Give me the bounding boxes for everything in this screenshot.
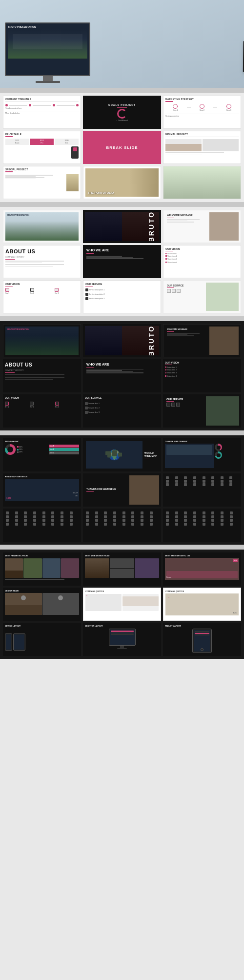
slide-our-vision: OUR VISION Vision item 1 Vision item 2 V…: [163, 245, 241, 278]
slide-minimal: MINIMAL PROJECT: [163, 131, 241, 164]
slide-welcome-dark: WELCOME MESSAGE: [163, 324, 241, 357]
slide-who-we-are: WHO WE ARE: [83, 245, 161, 278]
slide-info-graphic: INFO GRAPHIC 60% 20%: [3, 438, 81, 471]
slide-about-us: ABOUT US COMPANY HISTORY: [3, 245, 81, 278]
page-wrapper: BRUTO PRESENTATION MEET WEB DESIGN TEAM: [0, 0, 244, 659]
slide-meet-web-team: MEET WEB DESIGN TEAM: [83, 552, 161, 586]
slide-thanks: THANKS FOR WATCHING: [83, 473, 161, 507]
slide-who-we-are-dark: WHO WE ARE: [83, 359, 161, 392]
slide-desktop-layout: DESKTOP LAYOUT: [83, 623, 161, 656]
slide-our-service-photo-dark: OUR SERVICE: [163, 394, 241, 428]
slide-row-13: MEET FANTASTIC FOUR MEET WEB DESIGN TEAM: [3, 552, 241, 586]
slide-our-vision-dark: OUR VISION Vision item 1 Vision item 2 V…: [163, 359, 241, 392]
monitor: BRUTO PRESENTATION: [5, 22, 90, 83]
slide-tablet-layout: TABLET LAYOUT: [163, 623, 241, 656]
slide-great-porto: GREAT PORTOFOLIO: [163, 166, 241, 199]
slide-row-11: ASIAN MAP STATISTICS 7.2M 345 600+ M THA…: [3, 473, 241, 507]
slide-row-5: ABOUT US COMPANY HISTORY WHO WE ARE: [3, 245, 241, 278]
divider-4: [0, 430, 244, 435]
slide-icon-grid-3: [83, 509, 161, 542]
slide-goals-project: GOALS PROJECT ✓ Goal Achieved: [83, 96, 161, 129]
section-light-2: BRUTO PRESENTATION BRUTO WELCOME M: [0, 207, 244, 316]
slide-row-2: PRICE TABLE $125 Basic $215 Pro $350 Ent…: [3, 131, 241, 164]
slide-break: BREAK SLIDE: [83, 131, 161, 164]
slide-company-quotes-2: COMPANY QUOTES " Author: [163, 588, 241, 621]
slide-meet-fantastic-100: MEET THE FANTASTIC 100 Person NEW: [163, 552, 241, 586]
slide-our-vision-icons-dark: OUR VISION Srv 1 Srv 2 Srv 3: [3, 394, 81, 428]
divider-5: [0, 545, 244, 550]
slide-row-3: SPECIAL PROJECT: [3, 166, 241, 199]
slide-row-15: DEVICE LAYOUT DESKTOP LAYOUT: [3, 623, 241, 656]
slide-bruto-dark-1: BRUTO PRESENTATION: [3, 324, 81, 357]
slide-our-service-1: OUR SERVICE Service description 1 Servic…: [83, 280, 161, 313]
slide-row-6: OUR VISION Srv 1 Srv 2 Srv 3: [3, 280, 241, 313]
slide-row-14: DESIGN TEAM COMPANY QUOTES ": [3, 588, 241, 621]
slide-portofolio: THE PORTOFOLIO: [83, 166, 161, 199]
slide-our-vision-2: OUR VISION Srv 1 Srv 2 Srv 3: [3, 280, 81, 313]
slide-company-quotes-1: COMPANY QUOTES ": [83, 588, 161, 621]
monitor-slide-title: BRUTO PRESENTATION: [8, 25, 87, 28]
section-maps: INFO GRAPHIC 60% 20%: [0, 435, 244, 545]
slide-row-4: BRUTO PRESENTATION BRUTO WELCOME M: [3, 210, 241, 243]
slide-bruto-pres: BRUTO PRESENTATION: [3, 210, 81, 243]
hero-section: BRUTO PRESENTATION MEET WEB DESIGN TEAM: [0, 0, 244, 88]
slide-welcome: WELCOME MESSAGE: [163, 210, 241, 243]
section-light-1: COMPANY TIMELINES Timeline content here …: [0, 93, 244, 202]
slide-meet-fantastic-4: MEET FANTASTIC FOUR: [3, 552, 81, 586]
slide-row-7: BRUTO PRESENTATION BRUTO WELCOME M: [3, 324, 241, 357]
divider-2: [0, 202, 244, 207]
slide-row-1: COMPANY TIMELINES Timeline content here …: [3, 96, 241, 129]
divider-3: [0, 316, 244, 321]
divider-1: [0, 88, 244, 93]
slide-row-8: ABOUT US COMPANY HISTORY WHO WE ARE: [3, 359, 241, 392]
slide-canada-map: CANADA MAP GRAPHIC: [163, 438, 241, 471]
slide-bruto-vert-dark: BRUTO: [83, 324, 161, 357]
slide-marketing-strategy: MARKETING STRATEGY Step 1 Step 2: [163, 96, 241, 129]
slide-world-map: 🌍 WORLD WIDE MAP: [83, 438, 161, 471]
slide-row-9: OUR VISION Srv 1 Srv 2 Srv 3: [3, 394, 241, 428]
slide-price-table: PRICE TABLE $125 Basic $215 Pro $350 Ent…: [3, 131, 81, 164]
slide-our-service-2: OUR SERVICE: [163, 280, 241, 313]
slide-design-team: DESIGN TEAM: [3, 588, 81, 621]
slide-row-10: INFO GRAPHIC 60% 20%: [3, 438, 241, 471]
slide-about-us-dark: ABOUT US COMPANY HISTORY: [3, 359, 81, 392]
slide-our-service-dark: OUR SERVICE Service desc 1 Service desc …: [83, 394, 161, 428]
slide-company-timelines: COMPANY TIMELINES Timeline content here …: [3, 96, 81, 129]
slide-icon-grid-1: [163, 473, 241, 507]
slide-row-12: [3, 509, 241, 542]
slide-icon-grid-4: [163, 509, 241, 542]
slide-icon-grid-2: [3, 509, 81, 542]
slide-asian-map: ASIAN MAP STATISTICS 7.2M 345 600+ M: [3, 473, 81, 507]
section-dark-1: BRUTO PRESENTATION BRUTO WELCOME M: [0, 321, 244, 430]
slide-bruto-dark: BRUTO: [83, 210, 161, 243]
section-team: MEET FANTASTIC FOUR MEET WEB DESIGN TEAM: [0, 550, 244, 659]
slide-special: SPECIAL PROJECT: [3, 166, 81, 199]
slide-device-layout: DEVICE LAYOUT: [3, 623, 81, 656]
